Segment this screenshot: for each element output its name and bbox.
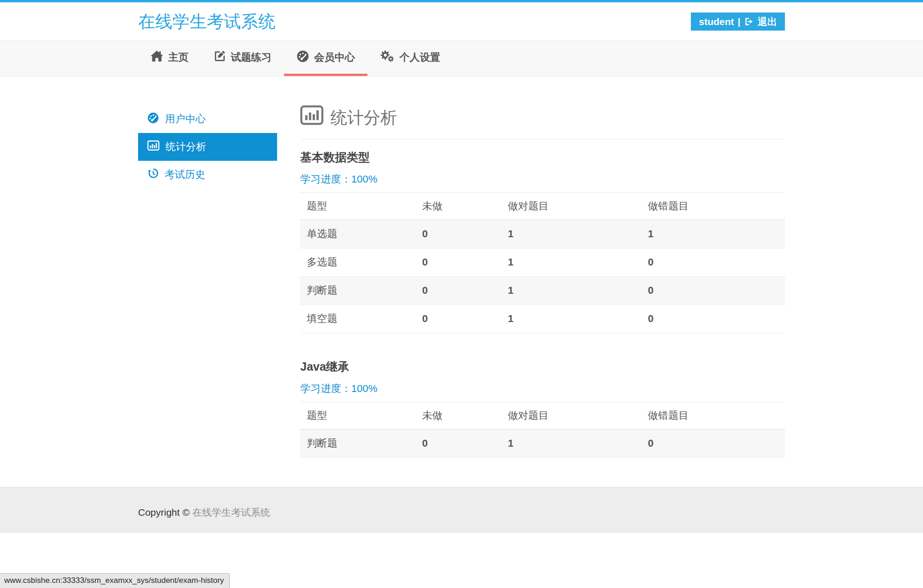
progress-label: 学习进度： bbox=[300, 173, 351, 185]
table-row: 填空题 0 1 0 bbox=[300, 305, 785, 333]
nav-item-label: 主页 bbox=[168, 51, 189, 64]
nav-item-member-center[interactable]: 会员中心 bbox=[284, 41, 367, 76]
nav-item-label: 个人设置 bbox=[399, 51, 440, 64]
dashboard-icon bbox=[147, 112, 159, 126]
cell-correct: 1 bbox=[501, 305, 641, 333]
col-header-type: 题型 bbox=[300, 193, 416, 220]
dashboard-icon bbox=[297, 50, 309, 65]
edit-icon bbox=[214, 50, 226, 65]
progress-value: 100% bbox=[351, 383, 377, 394]
col-header-type: 题型 bbox=[300, 402, 416, 430]
progress-label: 学习进度： bbox=[300, 383, 351, 394]
col-header-correct: 做对题目 bbox=[501, 402, 641, 430]
main-content: 统计分析 基本数据类型 学习进度：100% 题型 未做 做对题目 做错题目 bbox=[300, 105, 785, 458]
sign-out-icon bbox=[744, 17, 754, 26]
page-title: 在线学生考试系统 bbox=[138, 10, 275, 33]
sidebar-item-label: 统计分析 bbox=[165, 140, 206, 154]
heading-divider bbox=[300, 139, 785, 139]
logout-button[interactable]: student | 退出 bbox=[691, 13, 785, 31]
cell-undone: 0 bbox=[416, 430, 501, 458]
cell-wrong: 0 bbox=[641, 248, 785, 277]
username-label: student bbox=[699, 16, 734, 27]
progress-value: 100% bbox=[351, 173, 377, 185]
table-row: 多选题 0 1 0 bbox=[300, 248, 785, 277]
col-header-undone: 未做 bbox=[416, 193, 501, 220]
logout-label: 退出 bbox=[758, 15, 777, 28]
sidebar-item-statistics[interactable]: 统计分析 bbox=[138, 133, 277, 161]
sidebar-item-exam-history[interactable]: 考试历史 bbox=[138, 161, 277, 189]
table-header-row: 题型 未做 做对题目 做错题目 bbox=[300, 193, 785, 220]
col-header-undone: 未做 bbox=[416, 402, 501, 430]
progress-line: 学习进度：100% bbox=[300, 172, 785, 186]
cell-wrong: 0 bbox=[641, 277, 785, 305]
nav-item-practice[interactable]: 试题练习 bbox=[201, 41, 284, 76]
col-header-wrong: 做错题目 bbox=[641, 402, 785, 430]
app-header: 在线学生考试系统 student | 退出 bbox=[0, 2, 923, 41]
cell-type: 判断题 bbox=[300, 277, 416, 305]
progress-line: 学习进度：100% bbox=[300, 382, 785, 396]
sidebar-item-label: 考试历史 bbox=[164, 168, 205, 182]
cell-correct: 1 bbox=[501, 277, 641, 305]
history-icon bbox=[147, 168, 158, 182]
nav-item-home[interactable]: 主页 bbox=[138, 41, 201, 76]
section-title: Java继承 bbox=[300, 359, 785, 374]
sidebar-item-user-center[interactable]: 用户中心 bbox=[138, 105, 277, 133]
cell-correct: 1 bbox=[501, 248, 641, 277]
cell-wrong: 0 bbox=[641, 430, 785, 458]
bar-chart-icon bbox=[300, 105, 323, 130]
cell-correct: 1 bbox=[501, 430, 641, 458]
cell-type: 判断题 bbox=[300, 430, 416, 458]
site-name: 在线学生考试系统 bbox=[192, 507, 270, 518]
cell-undone: 0 bbox=[416, 220, 501, 248]
section-title: 基本数据类型 bbox=[300, 150, 785, 165]
nav-item-label: 试题练习 bbox=[231, 51, 272, 64]
nav-item-label: 会员中心 bbox=[314, 51, 355, 64]
stats-table: 题型 未做 做对题目 做错题目 判断题 0 1 0 bbox=[300, 402, 785, 458]
bar-chart-icon bbox=[147, 140, 159, 153]
cell-undone: 0 bbox=[416, 305, 501, 333]
footer: Copyright © 在线学生考试系统 bbox=[0, 487, 923, 533]
col-header-correct: 做对题目 bbox=[501, 193, 641, 220]
cell-undone: 0 bbox=[416, 248, 501, 277]
page-heading: 统计分析 bbox=[300, 105, 785, 130]
cell-type: 单选题 bbox=[300, 220, 416, 248]
table-row: 判断题 0 1 0 bbox=[300, 430, 785, 458]
gears-icon bbox=[380, 50, 394, 65]
cell-type: 填空题 bbox=[300, 305, 416, 333]
stats-section-basic-types: 基本数据类型 学习进度：100% 题型 未做 做对题目 做错题目 bbox=[300, 150, 785, 333]
copyright-text: Copyright © bbox=[138, 507, 190, 518]
sidebar: 用户中心 统计分析 bbox=[138, 105, 277, 189]
home-icon bbox=[151, 51, 163, 65]
cell-type: 多选题 bbox=[300, 248, 416, 277]
sidebar-item-label: 用户中心 bbox=[165, 112, 206, 126]
cell-wrong: 1 bbox=[641, 220, 785, 248]
cell-undone: 0 bbox=[416, 277, 501, 305]
table-row: 单选题 0 1 1 bbox=[300, 220, 785, 248]
nav-item-settings[interactable]: 个人设置 bbox=[367, 41, 453, 76]
status-bar-link-preview: www.csbishe.cn:33333/ssm_examxx_sys/stud… bbox=[0, 573, 230, 588]
stats-section-java-inheritance: Java继承 学习进度：100% 题型 未做 做对题目 做错题目 bbox=[300, 359, 785, 458]
col-header-wrong: 做错题目 bbox=[641, 193, 785, 220]
page-body: 用户中心 统计分析 bbox=[0, 76, 923, 487]
stats-table: 题型 未做 做对题目 做错题目 单选题 0 1 1 bbox=[300, 192, 785, 333]
table-header-row: 题型 未做 做对题目 做错题目 bbox=[300, 402, 785, 430]
table-row: 判断题 0 1 0 bbox=[300, 277, 785, 305]
page-heading-text: 统计分析 bbox=[330, 107, 397, 128]
cell-correct: 1 bbox=[501, 220, 641, 248]
cell-wrong: 0 bbox=[641, 305, 785, 333]
main-nav: 主页 试题练习 bbox=[0, 41, 923, 76]
button-divider: | bbox=[738, 16, 740, 27]
